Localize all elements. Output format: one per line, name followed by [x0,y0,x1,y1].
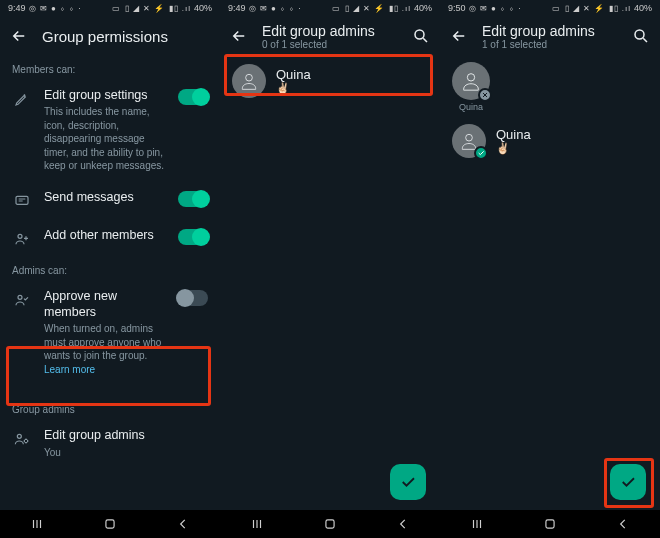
status-bar: 9:49 ◎ ✉ ● ⬨ ⬨ · ▭ ▯ ◢ ✕ ⚡ ▮▯ .ıl 40% [220,0,440,16]
pencil-icon [12,89,32,109]
nav-recents[interactable] [248,515,266,533]
contact-quina[interactable]: Quina ✌🏻 [440,116,660,166]
svg-point-3 [17,435,21,439]
row-edit-settings[interactable]: Edit group settings This includes the na… [0,79,220,181]
svg-point-4 [24,440,27,443]
status-left-icons: ◎ ✉ ● ⬨ ⬨ · [249,4,302,13]
toggle-send-messages[interactable] [178,191,208,207]
back-button[interactable] [230,27,248,45]
phone-screen-1: 9:49 ◎ ✉ ● ⬨ ⬨ · ▭ ▯ ◢ ✕ ⚡ ▮▯ .ıl 40% Gr… [0,0,220,538]
status-time: 9:49 [228,3,246,13]
svg-rect-0 [16,196,28,204]
check-icon [399,473,417,491]
toggle-edit-settings[interactable] [178,89,208,105]
svg-point-2 [18,295,22,299]
nav-bar [440,510,660,538]
nav-bar [0,510,220,538]
row-add-members[interactable]: Add other members [0,219,220,257]
app-bar: Group permissions [0,16,220,56]
search-icon [632,27,650,45]
search-button[interactable] [412,27,430,45]
app-bar: Edit group admins 1 of 1 selected [440,16,660,56]
message-icon [12,191,32,211]
nav-recents[interactable] [28,515,46,533]
phone-screen-3: 9:50 ◎ ✉ ● ⬨ ⬨ · ▭ ▯ ◢ ✕ ⚡ ▮▯ .ıl 40% Ed… [440,0,660,538]
svg-point-6 [415,30,424,39]
contact-status: ✌🏻 [276,82,428,95]
person-check-icon [12,290,32,310]
nav-bar [220,510,440,538]
search-icon [412,27,430,45]
status-battery: 40% [414,3,432,13]
selected-chip-quina[interactable]: Quina [452,62,490,112]
nav-home[interactable] [321,515,339,533]
row-desc: When turned on, admins must approve anyo… [44,322,166,376]
toggle-add-members[interactable] [178,229,208,245]
row-send-messages[interactable]: Send messages [0,181,220,219]
row-sub: You [44,446,208,460]
status-battery: 40% [194,3,212,13]
contact-name: Quina [276,67,428,82]
status-battery: 40% [634,3,652,13]
back-button[interactable] [10,27,28,45]
svg-rect-12 [546,520,554,528]
search-button[interactable] [632,27,650,45]
nav-back[interactable] [174,515,192,533]
row-approve-members[interactable]: Approve new members When turned on, admi… [0,280,220,385]
arrow-left-icon [450,27,468,45]
status-time: 9:49 [8,3,26,13]
admin-icon [12,429,32,449]
status-left-icons: ◎ ✉ ● ⬨ ⬨ · [469,4,522,13]
fab-confirm[interactable] [610,464,646,500]
section-members: Members can: [0,56,220,79]
remove-chip-icon[interactable] [478,88,492,102]
arrow-left-icon [230,27,248,45]
nav-back[interactable] [394,515,412,533]
section-group-admins: Group admins [0,396,220,419]
nav-home[interactable] [101,515,119,533]
status-bar: 9:49 ◎ ✉ ● ⬨ ⬨ · ▭ ▯ ◢ ✕ ⚡ ▮▯ .ıl 40% [0,0,220,16]
contact-status: ✌🏻 [496,142,648,155]
avatar [232,64,266,98]
back-button[interactable] [450,27,468,45]
phone-screen-2: 9:49 ◎ ✉ ● ⬨ ⬨ · ▭ ▯ ◢ ✕ ⚡ ▮▯ .ıl 40% Ed… [220,0,440,538]
status-bar: 9:50 ◎ ✉ ● ⬨ ⬨ · ▭ ▯ ◢ ✕ ⚡ ▮▯ .ıl 40% [440,0,660,16]
status-left-icons: ◎ ✉ ● ⬨ ⬨ · [29,4,82,13]
row-title: Edit group settings [44,87,166,103]
row-title: Edit group admins [44,427,208,443]
person-icon [239,71,259,91]
nav-home[interactable] [541,515,559,533]
row-desc: This includes the name, icon, descriptio… [44,105,166,173]
svg-point-9 [635,30,644,39]
svg-point-11 [466,134,473,141]
chip-name: Quina [452,102,490,112]
person-icon [460,70,482,92]
selected-chips: Quina [440,56,660,116]
status-right-icons: ▭ ▯ ◢ ✕ ⚡ ▮▯ .ıl [332,4,411,13]
arrow-left-icon [10,27,28,45]
toggle-approve[interactable] [178,290,208,306]
svg-rect-8 [326,520,334,528]
row-edit-admins[interactable]: Edit group admins You [0,419,220,467]
nav-recents[interactable] [468,515,486,533]
page-title: Edit group admins [262,23,398,39]
status-time: 9:50 [448,3,466,13]
svg-point-7 [246,74,253,81]
row-title: Approve new members [44,288,166,321]
page-title: Edit group admins [482,23,618,39]
nav-back[interactable] [614,515,632,533]
check-icon [619,473,637,491]
row-title: Send messages [44,189,166,205]
svg-point-10 [467,74,474,81]
contact-quina[interactable]: Quina ✌🏻 [220,56,440,106]
person-plus-icon [12,229,32,249]
svg-point-1 [18,234,22,238]
app-bar: Edit group admins 0 of 1 selected [220,16,440,56]
status-right-icons: ▭ ▯ ◢ ✕ ⚡ ▮▯ .ıl [112,4,191,13]
status-right-icons: ▭ ▯ ◢ ✕ ⚡ ▮▯ .ıl [552,4,631,13]
learn-more-link[interactable]: Learn more [44,364,95,375]
fab-confirm[interactable] [390,464,426,500]
svg-rect-5 [106,520,114,528]
contact-name: Quina [496,127,648,142]
page-subtitle: 1 of 1 selected [482,39,618,50]
